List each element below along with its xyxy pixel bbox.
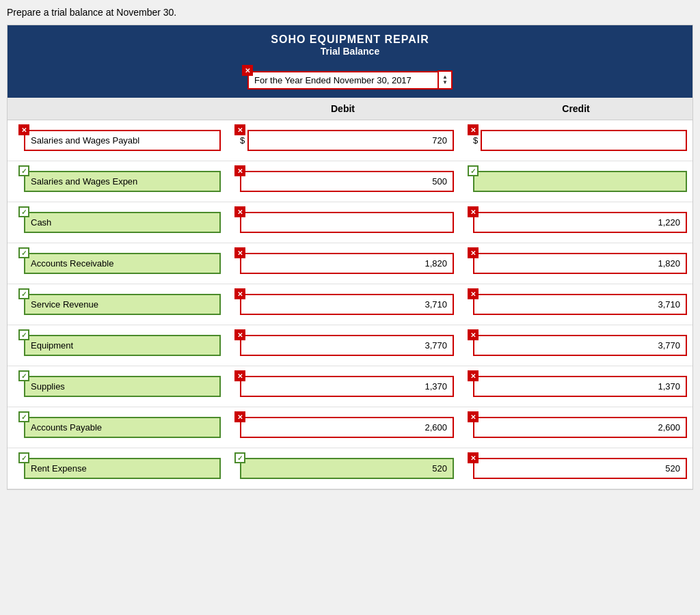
debit-input-7[interactable] — [240, 417, 454, 438]
account-check-icon-4[interactable]: ✓ — [18, 288, 29, 299]
account-check-icon-7[interactable]: ✓ — [18, 411, 29, 422]
table-row: ✓✕✕ — [8, 284, 692, 325]
date-spinner[interactable]: ▲ ▼ — [438, 70, 453, 90]
credit-input-2[interactable] — [473, 212, 687, 233]
debit-cell-6: ✕ — [226, 373, 459, 400]
account-check-icon-1[interactable]: ✓ — [18, 165, 29, 176]
account-check-icon-8[interactable]: ✓ — [18, 452, 29, 463]
date-input-wrapper: ✕ ▲ ▼ — [247, 70, 453, 90]
account-cell-7: ✓ — [8, 414, 226, 441]
debit-cell-7: ✕ — [226, 414, 459, 441]
debit-close-icon-6[interactable]: ✕ — [234, 370, 245, 381]
debit-close-icon-2[interactable]: ✕ — [234, 206, 245, 217]
report-title: Trial Balance — [14, 46, 686, 57]
debit-close-icon-5[interactable]: ✕ — [234, 329, 245, 340]
main-container: SOHO EQUIPMENT REPAIR Trial Balance ✕ ▲ … — [7, 25, 693, 490]
account-close-icon-0[interactable]: ✕ — [18, 124, 29, 135]
account-input-5[interactable] — [24, 335, 221, 356]
debit-cell-4: ✕ — [226, 291, 459, 318]
top-text: Prepare a trial balance at November 30. — [7, 7, 693, 18]
debit-input-4[interactable] — [240, 294, 454, 315]
account-cell-2: ✓ — [8, 209, 226, 236]
debit-input-0[interactable] — [247, 130, 454, 151]
debit-cell-0: $✕ — [226, 127, 459, 154]
credit-input-5[interactable] — [473, 335, 687, 356]
account-input-0[interactable] — [24, 130, 221, 151]
account-check-icon-2[interactable]: ✓ — [18, 206, 29, 217]
account-col-header — [8, 103, 226, 114]
account-cell-5: ✓ — [8, 332, 226, 359]
account-input-2[interactable] — [24, 212, 221, 233]
table-rows: ✕$✕$✕✓✕✓✓✕✕✓✕✕✓✕✕✓✕✕✓✕✕✓✕✕✓✓✕ — [8, 120, 692, 489]
company-name: SOHO EQUIPMENT REPAIR — [14, 33, 686, 46]
debit-check-icon-8[interactable]: ✓ — [234, 452, 245, 463]
credit-close-icon-5[interactable]: ✕ — [468, 329, 479, 340]
credit-cell-6: ✕ — [459, 373, 692, 400]
account-check-icon-3[interactable]: ✓ — [18, 247, 29, 258]
credit-input-0[interactable] — [481, 130, 687, 151]
credit-cell-4: ✕ — [459, 291, 692, 318]
debit-cell-2: ✕ — [226, 209, 459, 236]
credit-cell-5: ✕ — [459, 332, 692, 359]
account-input-3[interactable] — [24, 253, 221, 274]
debit-input-2[interactable] — [240, 212, 454, 233]
table-row: ✓✓✕ — [8, 448, 692, 489]
table-row: ✓✕✕ — [8, 325, 692, 366]
debit-close-icon-1[interactable]: ✕ — [234, 165, 245, 176]
account-input-6[interactable] — [24, 376, 221, 397]
credit-cell-7: ✕ — [459, 414, 692, 441]
date-close-icon[interactable]: ✕ — [242, 65, 253, 76]
debit-input-3[interactable] — [240, 253, 454, 274]
debit-input-1[interactable] — [240, 171, 454, 192]
account-cell-1: ✓ — [8, 168, 226, 195]
credit-check-icon-1[interactable]: ✓ — [468, 165, 479, 176]
col-headers: Debit Credit — [8, 98, 692, 120]
debit-input-5[interactable] — [240, 335, 454, 356]
account-cell-3: ✓ — [8, 250, 226, 277]
credit-col-header: Credit — [459, 103, 692, 114]
account-input-4[interactable] — [24, 294, 221, 315]
credit-close-icon-0[interactable]: ✕ — [468, 124, 479, 135]
dollar-sign: $ — [473, 135, 478, 146]
table-row: ✓✕✕ — [8, 202, 692, 243]
credit-close-icon-3[interactable]: ✕ — [468, 247, 479, 258]
credit-input-1[interactable] — [473, 171, 687, 192]
account-cell-6: ✓ — [8, 373, 226, 400]
dollar-sign: $ — [240, 135, 245, 146]
debit-input-8[interactable] — [240, 458, 454, 479]
credit-close-icon-7[interactable]: ✕ — [468, 411, 479, 422]
account-check-icon-6[interactable]: ✓ — [18, 370, 29, 381]
debit-cell-5: ✕ — [226, 332, 459, 359]
account-cell-0: ✕ — [8, 127, 226, 154]
credit-close-icon-4[interactable]: ✕ — [468, 288, 479, 299]
credit-input-4[interactable] — [473, 294, 687, 315]
credit-close-icon-2[interactable]: ✕ — [468, 206, 479, 217]
table-row: ✕$✕$✕ — [8, 120, 692, 161]
debit-cell-3: ✕ — [226, 250, 459, 277]
debit-close-icon-4[interactable]: ✕ — [234, 288, 245, 299]
header-section: SOHO EQUIPMENT REPAIR Trial Balance — [8, 25, 692, 65]
credit-cell-1: ✓ — [459, 168, 692, 195]
table-row: ✓✕✕ — [8, 243, 692, 284]
date-row: ✕ ▲ ▼ — [8, 65, 692, 98]
credit-close-icon-8[interactable]: ✕ — [468, 452, 479, 463]
date-input[interactable] — [247, 71, 439, 90]
account-input-7[interactable] — [24, 417, 221, 438]
account-input-8[interactable] — [24, 458, 221, 479]
credit-close-icon-6[interactable]: ✕ — [468, 370, 479, 381]
credit-input-7[interactable] — [473, 417, 687, 438]
account-cell-8: ✓ — [8, 455, 226, 482]
account-input-1[interactable] — [24, 171, 221, 192]
credit-cell-8: ✕ — [459, 455, 692, 482]
credit-cell-2: ✕ — [459, 209, 692, 236]
debit-close-icon-7[interactable]: ✕ — [234, 411, 245, 422]
account-check-icon-5[interactable]: ✓ — [18, 329, 29, 340]
credit-input-8[interactable] — [473, 458, 687, 479]
debit-close-icon-3[interactable]: ✕ — [234, 247, 245, 258]
account-cell-4: ✓ — [8, 291, 226, 318]
credit-input-3[interactable] — [473, 253, 687, 274]
debit-input-6[interactable] — [240, 376, 454, 397]
credit-cell-0: $✕ — [459, 127, 692, 154]
debit-close-icon-0[interactable]: ✕ — [234, 124, 245, 135]
credit-input-6[interactable] — [473, 376, 687, 397]
